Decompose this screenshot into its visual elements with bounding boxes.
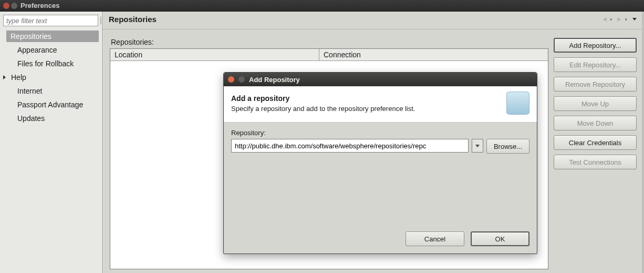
- nav-forward-icon[interactable]: [617, 17, 621, 22]
- sidebar-item-appearance[interactable]: Appearance: [0, 43, 102, 57]
- preferences-sidebar: Repositories Appearance Files for Rollba…: [0, 12, 102, 273]
- preferences-window-titlebar: Preferences: [0, 0, 644, 12]
- remove-repository-button[interactable]: Remove Repository: [554, 77, 637, 92]
- sidebar-item-internet[interactable]: Internet: [0, 84, 102, 98]
- repository-field-label: Repository:: [231, 129, 529, 137]
- filter-input[interactable]: [3, 15, 98, 26]
- dialog-title: Add Repository: [249, 76, 300, 84]
- window-title: Preferences: [20, 2, 59, 9]
- repository-cylinder-icon: [506, 92, 529, 115]
- dialog-heading: Add a repository: [231, 94, 499, 103]
- sidebar-item-label: Files for Rollback: [17, 59, 74, 68]
- sidebar-item-repositories[interactable]: Repositories: [6, 31, 99, 42]
- move-up-button[interactable]: Move Up: [554, 96, 637, 111]
- preferences-tree: Repositories Appearance Files for Rollba…: [0, 28, 102, 127]
- sidebar-item-label: Internet: [17, 87, 42, 95]
- add-repository-button[interactable]: Add Repository...: [554, 38, 637, 53]
- edit-repository-button[interactable]: Edit Repository...: [554, 57, 637, 72]
- dialog-close-icon[interactable]: [228, 76, 234, 83]
- window-minimize-icon[interactable]: [11, 3, 17, 9]
- sidebar-item-label: Appearance: [17, 46, 57, 54]
- sidebar-item-passport-advantage[interactable]: Passport Advantage: [0, 98, 102, 112]
- sidebar-item-help[interactable]: Help: [0, 70, 102, 84]
- repository-dropdown-icon[interactable]: [472, 139, 483, 153]
- clear-credentials-button[interactable]: Clear Credentials: [554, 135, 637, 150]
- sidebar-item-updates[interactable]: Updates: [0, 112, 102, 125]
- add-repository-dialog: Add Repository Add a repository Specify …: [223, 72, 537, 254]
- table-header: Location Connection: [110, 49, 548, 61]
- page-title: Repositories: [109, 15, 157, 24]
- dialog-subheading: Specify a repository and add to the repo…: [231, 105, 499, 113]
- ok-button[interactable]: OK: [471, 231, 529, 246]
- sidebar-item-label: Repositories: [11, 32, 51, 41]
- sidebar-item-label: Help: [11, 73, 26, 82]
- cancel-button[interactable]: Cancel: [406, 231, 464, 246]
- repository-input[interactable]: [231, 139, 469, 153]
- repositories-label: Repositories:: [111, 38, 548, 46]
- move-down-button[interactable]: Move Down: [554, 116, 637, 130]
- test-connections-button[interactable]: Test Connections: [554, 155, 637, 169]
- column-header-location[interactable]: Location: [110, 49, 319, 60]
- sidebar-item-files-for-rollback[interactable]: Files for Rollback: [0, 57, 102, 70]
- vertical-scrollbar[interactable]: [642, 12, 644, 273]
- window-close-icon[interactable]: [3, 3, 9, 9]
- dialog-titlebar[interactable]: Add Repository: [224, 73, 537, 86]
- clear-filter-icon[interactable]: [100, 16, 101, 25]
- sidebar-item-label: Updates: [17, 114, 45, 123]
- header-toolbar: ▾ ▾: [603, 17, 637, 22]
- column-header-connection[interactable]: Connection: [319, 49, 548, 60]
- sidebar-item-label: Passport Advantage: [17, 100, 83, 109]
- browse-button[interactable]: Browse...: [486, 139, 529, 154]
- chevron-right-icon: [3, 75, 6, 79]
- nav-back-icon[interactable]: [603, 17, 607, 22]
- view-menu-icon[interactable]: [632, 18, 637, 21]
- dialog-minimize-icon[interactable]: [238, 76, 245, 83]
